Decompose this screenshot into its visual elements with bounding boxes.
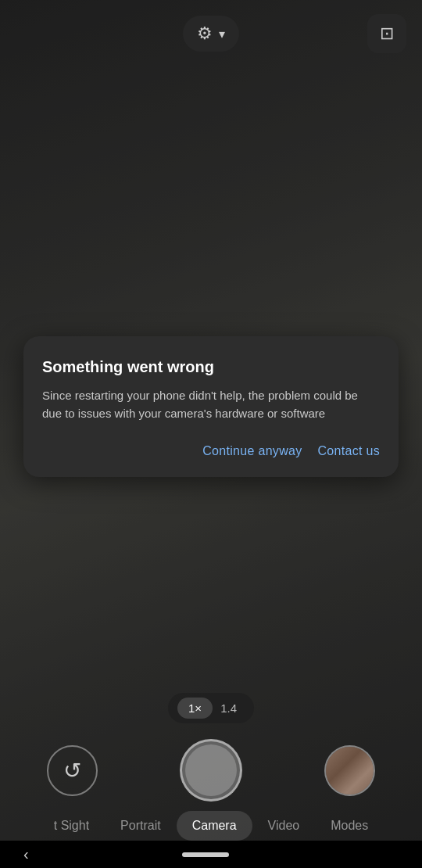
settings-pill[interactable]: ⚙ ▾ <box>183 16 239 52</box>
gear-icon: ⚙ <box>197 23 213 44</box>
dialog-title: Something went wrong <box>42 358 380 376</box>
zoom-1x-button[interactable]: 1× <box>177 698 213 719</box>
error-dialog: Something went wrong Since restarting yo… <box>23 336 399 477</box>
gallery-icon: ⊡ <box>380 23 394 44</box>
continue-anyway-button[interactable]: Continue anyway <box>202 441 302 461</box>
dialog-message: Since restarting your phone didn't help,… <box>42 387 380 422</box>
home-pill[interactable] <box>182 852 229 857</box>
chevron-down-icon: ▾ <box>219 27 225 41</box>
contact-us-button[interactable]: Contact us <box>318 441 380 461</box>
mode-tabs: t Sight Portrait Camera Video Modes <box>0 811 422 841</box>
zoom-1-4-button[interactable]: 1.4 <box>213 698 245 719</box>
tab-night-sight[interactable]: t Sight <box>38 811 105 841</box>
zoom-controls: 1× 1.4 <box>168 693 254 723</box>
top-bar: ⚙ ▾ ⊡ <box>0 16 422 52</box>
thumbnail-image <box>326 747 374 794</box>
flip-icon: ↺ <box>63 758 81 784</box>
shutter-button[interactable] <box>180 739 242 802</box>
gallery-button[interactable]: ⊡ <box>367 14 406 53</box>
tab-modes[interactable]: Modes <box>315 811 384 841</box>
shutter-inner <box>185 744 237 796</box>
tab-portrait[interactable]: Portrait <box>105 811 177 841</box>
last-photo-thumbnail[interactable] <box>324 745 375 796</box>
tab-camera[interactable]: Camera <box>177 811 252 841</box>
tab-video[interactable]: Video <box>252 811 316 841</box>
dialog-actions: Continue anyway Contact us <box>42 441 380 461</box>
camera-controls: ↺ <box>0 739 422 802</box>
bottom-nav-bar: ‹ <box>0 841 422 868</box>
back-button[interactable]: ‹ <box>23 845 29 863</box>
flip-camera-button[interactable]: ↺ <box>47 745 98 796</box>
